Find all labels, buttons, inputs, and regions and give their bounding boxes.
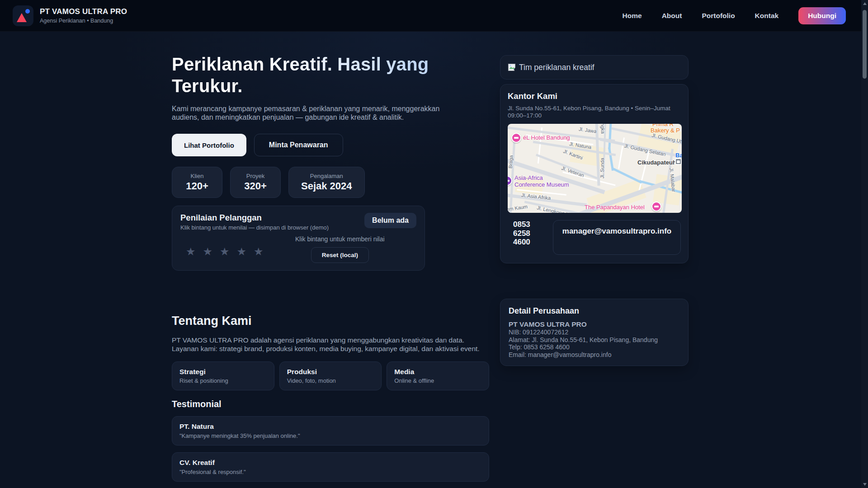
reset-rating-button[interactable]: Reset (local) (311, 247, 369, 263)
map-poi-label: Conference Museum (514, 181, 569, 188)
company-email: Email: manager@vamosultrapro.info (509, 351, 680, 359)
stat-value: 320+ (243, 180, 268, 192)
hotel-pin-icon (651, 202, 661, 211)
map-poi-label: Cikudapateuh (637, 159, 676, 166)
map-poi-label: éL Hotel Bandung (523, 134, 570, 141)
brand-tagline: Agensi Periklanan • Bandung (40, 18, 127, 24)
scrollbar-thumb[interactable] (863, 10, 867, 79)
rating-title: Penilaian Pelanggan (180, 213, 329, 223)
view-portfolio-button[interactable]: Lihat Portofolio (172, 134, 246, 156)
star-1-icon[interactable]: ★ (186, 246, 196, 257)
nav-kontak[interactable]: Kontak (755, 12, 779, 20)
map-poi-label: Asia-Africa (514, 174, 543, 181)
stat-label: Pengalaman (301, 173, 352, 179)
map-poi-label: Bakery & P (651, 127, 680, 134)
request-quote-button[interactable]: Minta Penawaran (254, 134, 343, 156)
scroll-down-icon (863, 483, 867, 486)
company-detail-title: Detail Perusahaan (509, 306, 680, 316)
about-title: Tentang Kami (172, 314, 489, 328)
map-poi-label: Ban (675, 152, 682, 159)
contact-cta-button[interactable]: Hubungi (798, 7, 846, 24)
map-poi-label: The Papandayan Hotel (585, 204, 645, 211)
broken-image-icon (508, 63, 518, 72)
hero-description: Kami merancang kampanye pemasaran & peri… (172, 104, 458, 122)
rating-subtitle: Klik bintang untuk menilai — disimpan di… (180, 224, 329, 231)
testimonial-name: CV. Kreatif (179, 459, 481, 467)
service-card-produksi: Produksi Video, foto, motion (279, 361, 382, 390)
brand-name: PT VAMOS ULTRA PRO (40, 7, 127, 16)
testimonial-quote: "Profesional & responsif." (179, 469, 481, 475)
stat-label: Proyek (243, 173, 268, 179)
nav-about[interactable]: About (662, 12, 682, 20)
image-alt-text: Tim periklanan kreatif (519, 63, 594, 72)
service-desc: Online & offline (394, 377, 481, 384)
star-2-icon[interactable]: ★ (203, 246, 213, 257)
service-desc: Video, foto, motion (287, 377, 374, 384)
team-image-placeholder: Tim periklanan kreatif (500, 55, 689, 80)
star-rating: ★ ★ ★ ★ ★ (180, 235, 264, 257)
map-road-label: Jl. Jawa (578, 126, 597, 134)
star-3-icon[interactable]: ★ (220, 246, 230, 257)
map-road-label: Jl. Sunda (599, 158, 605, 178)
stat-card-klien: Klien 120+ (172, 167, 222, 198)
nav-portfolio[interactable]: Portofolio (702, 12, 735, 20)
brand-logo-icon (13, 5, 33, 26)
company-phone: Telp: 0853 6258 4600 (509, 343, 680, 351)
service-desc: Riset & positioning (179, 377, 267, 384)
company-address: Alamat: Jl. Sunda No.55-61, Kebon Pisang… (509, 336, 680, 344)
hero-title: Periklanan Kreatif. Hasil yang Terukur. (172, 53, 472, 97)
office-address: Jl. Sunda No.55-61, Kebon Pisang, Bandun… (508, 105, 681, 119)
testimonials-title: Testimonial (172, 399, 489, 409)
scrollbar[interactable] (861, 0, 868, 488)
main-content: Periklanan Kreatif. Hasil yang Terukur. … (172, 32, 690, 482)
office-card: Kantor Kami Jl. Sunda No.55-61, Kebon Pi… (500, 84, 689, 263)
office-map[interactable]: Jl. Jawa ngka Jl. Natuna Jl. Kartini Jl.… (508, 124, 682, 213)
logo-triangle-icon (17, 13, 27, 22)
train-station-icon (675, 158, 682, 165)
company-name: PT VAMOS ULTRA PRO (509, 320, 680, 328)
stat-value: 120+ (184, 180, 210, 192)
service-title: Media (394, 368, 481, 376)
office-title: Kantor Kami (508, 91, 681, 101)
scroll-up-button[interactable] (861, 0, 868, 7)
map-road-label: Braga (508, 155, 514, 169)
rating-status-badge: Belum ada (364, 213, 416, 228)
brand[interactable]: PT VAMOS ULTRA PRO Agensi Periklanan • B… (13, 5, 127, 26)
stat-label: Klien (184, 173, 210, 179)
service-title: Strategi (179, 368, 267, 376)
star-4-icon[interactable]: ★ (237, 246, 247, 257)
testimonial-item: PT. Natura "Kampanye meningkat 35% penju… (172, 416, 489, 446)
stat-card-pengalaman: Pengalaman Sejak 2024 (288, 167, 365, 198)
company-nib: NIB: 0912240072612 (509, 328, 680, 336)
stats-row: Klien 120+ Proyek 320+ Pengalaman Sejak … (172, 167, 489, 198)
rating-hint: Klik bintang untuk memberi nilai (295, 235, 385, 243)
office-phone: 0853 6258 4600 (513, 220, 543, 247)
office-email-button[interactable]: manager@vamosultrapro.info (553, 220, 681, 255)
stat-card-proyek: Proyek 320+ (230, 167, 281, 198)
company-detail-card: Detail Perusahaan PT VAMOS ULTRA PRO NIB… (500, 299, 689, 366)
service-card-media: Media Online & offline (387, 361, 489, 390)
rating-card: Penilaian Pelanggan Klik bintang untuk m… (172, 206, 425, 271)
map-river (612, 167, 642, 183)
nav-home[interactable]: Home (623, 12, 642, 20)
logo-dot-icon (25, 9, 30, 14)
services-row: Strategi Riset & positioning Produksi Vi… (172, 361, 489, 390)
main-nav: Home About Portofolio Kontak Hubungi (623, 7, 846, 24)
hotel-pin-icon (511, 133, 521, 143)
testimonial-name: PT. Natura (179, 422, 481, 431)
stat-value: Sejak 2024 (301, 180, 352, 192)
scroll-down-button[interactable] (861, 481, 868, 488)
map-road (638, 151, 650, 191)
testimonial-quote: "Kampanye meningkat 35% penjualan online… (179, 432, 481, 439)
service-title: Produksi (287, 368, 374, 376)
service-card-strategi: Strategi Riset & positioning (172, 361, 274, 390)
map-road-label: ngka (600, 124, 606, 134)
header: PT VAMOS ULTRA PRO Agensi Periklanan • B… (0, 0, 861, 32)
star-5-icon[interactable]: ★ (254, 246, 264, 257)
about-body: PT VAMOS ULTRA PRO adalah agensi perikla… (172, 336, 489, 353)
scroll-up-icon (863, 2, 867, 5)
testimonial-item: CV. Kreatif "Profesional & responsif." (172, 452, 489, 482)
